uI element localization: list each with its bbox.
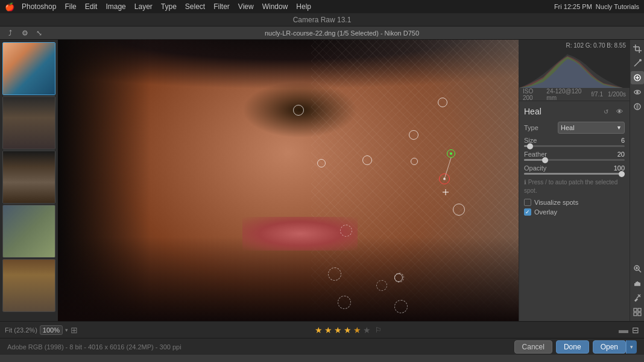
menu-image[interactable]: Image (102, 1, 129, 12)
heal-spot-1[interactable] (293, 105, 304, 116)
heal-title-icons: ↺ 👁 (601, 106, 625, 117)
menu-photoshop[interactable]: Photoshop (18, 1, 60, 12)
heal-spot-dashed-5[interactable] (338, 296, 351, 309)
menu-bar: 🍎 Photoshop File Edit Image Layer Type S… (0, 0, 644, 13)
svg-rect-25 (639, 282, 640, 286)
svg-rect-29 (638, 308, 641, 311)
fullscreen-icon[interactable]: ⤡ (34, 28, 45, 39)
svg-rect-30 (634, 313, 637, 316)
menu-view[interactable]: View (235, 1, 257, 12)
status-left: Fit (23.2%) 100% ▾ ⊞ (5, 325, 78, 335)
grid-toggle-icon[interactable]: ⊞ (71, 325, 78, 335)
tool-redeye-icon[interactable] (631, 86, 644, 99)
tool-crop-icon[interactable] (631, 42, 644, 55)
apple-logo[interactable]: 🍎 (5, 2, 14, 11)
svg-rect-8 (636, 51, 642, 52)
svg-rect-31 (638, 313, 641, 316)
tool-heal-icon[interactable] (631, 71, 644, 84)
shutter-value: 1/200s (608, 91, 626, 98)
feather-slider-thumb[interactable] (542, 157, 548, 163)
feather-slider-fill (524, 159, 544, 161)
type-dropdown[interactable]: Heal ▼ (558, 122, 625, 134)
tool-zoom-in-icon[interactable] (631, 262, 644, 275)
svg-rect-28 (634, 308, 637, 311)
menu-type[interactable]: Type (157, 1, 180, 12)
heal-spot-dashed-1[interactable] (340, 225, 352, 237)
heal-spot-5[interactable] (411, 158, 418, 165)
heal-spot-2[interactable] (362, 155, 372, 165)
open-button[interactable]: Open (593, 340, 626, 354)
filmstrip-thumb-2[interactable] (2, 96, 55, 149)
star-3[interactable]: ★ (334, 325, 342, 335)
filmstrip-thumb-1[interactable] (2, 42, 55, 95)
heal-visible-icon[interactable]: 👁 (614, 106, 625, 117)
star-5[interactable]: ★ (353, 325, 361, 335)
tab-left-icons: ⤴ ⚙ ⤡ (5, 28, 45, 39)
heal-spot-dashed-3[interactable] (376, 280, 387, 291)
cancel-button[interactable]: Cancel (514, 340, 552, 354)
svg-rect-7 (639, 47, 640, 53)
opacity-slider-track[interactable] (524, 173, 625, 175)
filmstrip-thumb-3[interactable] (2, 151, 55, 204)
menu-edit[interactable]: Edit (81, 1, 101, 12)
heal-spot-active[interactable] (439, 173, 450, 184)
share-icon[interactable]: ⤴ (5, 28, 16, 39)
filmstrip-view-icon[interactable]: ▬ (619, 325, 628, 335)
tab-bar: ⤴ ⚙ ⤡ nucly-LR-course-22.dng (1/5 Select… (0, 27, 644, 40)
tool-grid-icon[interactable] (631, 305, 644, 319)
star-6[interactable]: ★ (363, 325, 371, 335)
opacity-value: 100 (614, 164, 625, 172)
size-slider-track[interactable] (524, 145, 625, 147)
tool-hand-icon[interactable] (631, 276, 644, 290)
heal-spot-4[interactable] (317, 159, 326, 167)
heal-panel-title: Heal ↺ 👁 (524, 106, 625, 117)
heal-title-text: Heal (524, 107, 541, 116)
type-row: Type Heal ▼ (524, 122, 625, 134)
opacity-slider-thumb[interactable] (619, 171, 625, 177)
menu-filter[interactable]: Filter (210, 1, 233, 12)
filmstrip-thumb-5[interactable] (2, 259, 55, 312)
filmstrip (0, 40, 58, 321)
tool-mask-icon[interactable] (631, 100, 644, 113)
star-1[interactable]: ★ (315, 325, 323, 335)
histogram-chart (519, 47, 623, 88)
feather-slider-track[interactable] (524, 159, 625, 161)
tool-straighten-icon[interactable] (631, 57, 644, 70)
star-2[interactable]: ★ (324, 325, 332, 335)
overlay-checkbox[interactable] (524, 208, 531, 216)
title-bar: Camera Raw 13.1 (0, 13, 644, 27)
svg-rect-21 (636, 282, 637, 286)
visualize-checkbox[interactable] (524, 199, 531, 206)
size-label-row: Size 6 (524, 137, 625, 144)
menu-select[interactable]: Select (182, 1, 209, 12)
tool-eyedropper-icon[interactable] (631, 291, 644, 304)
heal-spot-dashed-2[interactable] (328, 267, 341, 281)
menu-window[interactable]: Window (259, 1, 292, 12)
heal-spot-source[interactable] (447, 149, 455, 158)
svg-rect-22 (637, 281, 638, 286)
heal-spot-6[interactable] (438, 98, 447, 107)
grid-view-icon[interactable]: ⊟ (632, 325, 639, 335)
heal-spot-dashed-6[interactable] (394, 300, 408, 313)
done-button[interactable]: Done (556, 340, 589, 354)
menu-file[interactable]: File (61, 1, 80, 12)
status-right: ▬ ⊟ (619, 325, 639, 335)
menu-help[interactable]: Help (292, 1, 315, 12)
flag-icon[interactable]: ⚐ (375, 326, 382, 334)
star-4[interactable]: ★ (344, 325, 352, 335)
svg-point-15 (636, 91, 639, 93)
heal-info-icon[interactable]: ↺ (601, 106, 611, 117)
heal-spot-3[interactable] (409, 130, 418, 140)
right-panel: R: 102 G: 0.70 B: 8.55 (519, 40, 630, 321)
filmstrip-thumb-4[interactable] (2, 205, 55, 258)
settings-icon[interactable]: ⚙ (19, 28, 30, 39)
heal-spot-7[interactable] (453, 204, 465, 216)
open-dropdown-arrow[interactable]: ▾ (626, 340, 637, 354)
size-slider-thumb[interactable] (527, 143, 533, 149)
heal-spot-8[interactable] (394, 273, 403, 282)
menu-layer[interactable]: Layer (131, 1, 156, 12)
canvas-area[interactable] (58, 40, 519, 321)
zoom-chevron-icon[interactable]: ▾ (65, 327, 68, 333)
zoom-display[interactable]: 100% (40, 325, 63, 335)
opacity-row: Opacity 100 (524, 164, 625, 175)
